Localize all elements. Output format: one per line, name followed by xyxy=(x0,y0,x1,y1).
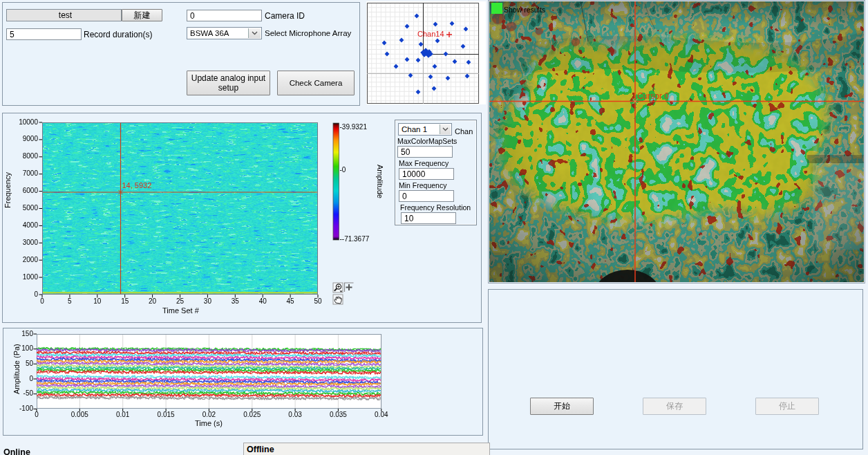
svg-text:Cursor 0: Cursor 0 xyxy=(637,91,669,101)
svg-text:14, 5932: 14, 5932 xyxy=(122,181,152,189)
